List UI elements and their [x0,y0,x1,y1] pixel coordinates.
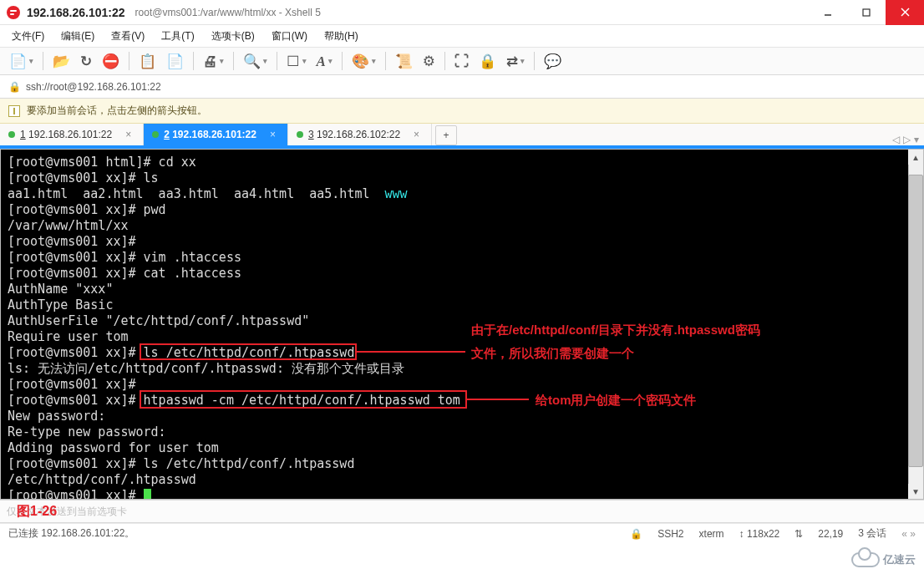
terminal-line: Re-type new password: [8,424,916,440]
status-term: xterm [699,528,724,540]
cursor [144,489,151,500]
status-dot-icon [152,131,159,138]
terminal-line: [root@vms001 html]# cd xx [8,155,916,170]
tab-1[interactable]: 1 192.168.26.101:22 × [0,124,144,145]
terminal-line: [root@vms001 xx]# ls [8,170,916,186]
lock-icon: 🔒 [8,81,21,93]
toolbar: 📄▾ 📂 ↻ ⛔ 📋 📄 🖨▾ 🔍▾ ☐▾ A▾ 🎨▾ 📜 ⚙ ⛶ 🔒 ⇄▾ 💬 [0,47,924,75]
tab-menu-icon[interactable]: ▾ [914,134,919,145]
menu-tools[interactable]: 工具(T) [158,28,197,45]
terminal-line: /var/www/html/xx [8,218,916,234]
send-text-strip[interactable]: 仅将文本发送到当前选项卡 图1-26 [0,500,924,523]
open-button[interactable]: 📂 [48,50,74,72]
arrow-line-2 [467,399,529,400]
maximize-button[interactable] [847,0,886,25]
terminal-line: New password: [8,409,916,424]
tab-2[interactable]: 2 192.168.26.101:22 × [144,124,288,145]
terminal[interactable]: [root@vms001 html]# cd xx[root@vms001 xx… [0,149,924,500]
transfer-button[interactable]: ⇄▾ [502,50,529,72]
lock-icon: 🔒 [630,528,642,540]
address-bar: 🔒 ssh://root@192.168.26.101:22 [0,75,924,99]
pin-icon[interactable] [8,105,20,117]
menu-view[interactable]: 查看(V) [108,28,148,45]
menu-file[interactable]: 文件(F) [8,28,48,45]
menu-tabs[interactable]: 选项卡(B) [208,28,258,45]
new-tab-button[interactable]: + [435,125,457,145]
address-url[interactable]: ssh://root@192.168.26.101:22 [26,81,916,93]
scroll-up-icon[interactable]: ▴ [908,150,923,165]
lock-button[interactable]: 🔒 [475,50,500,72]
app-icon [7,6,20,19]
copy-button[interactable]: 📋 [135,50,160,72]
window-controls [809,0,924,25]
svg-rect-1 [863,9,870,16]
status-connection: 已连接 192.168.26.101:22。 [8,526,135,541]
annotation-text-1a: 由于在/etc/httpd/conf/目录下并没有.htpasswd密码 [471,322,760,338]
chevrons-icon[interactable]: « » [901,528,916,540]
terminal-line: /etc/httpd/conf/.htpasswd [8,472,916,488]
status-ssh: SSH2 [657,528,683,540]
chat-button[interactable]: 💬 [540,50,566,72]
color-button[interactable]: 🎨▾ [348,50,380,72]
terminal-line: [root@vms001 xx]# pwd [8,202,916,218]
find-button[interactable]: 🔍▾ [239,50,272,72]
tab-prev-icon[interactable]: ◁ [892,134,900,145]
properties-button[interactable]: ⚙ [419,50,439,72]
terminal-line: [root@vms001 xx]# ls /etc/httpd/conf/.ht… [8,345,916,361]
status-size: ↕ 118x22 [739,528,780,540]
terminal-line: AuthType Basic [8,297,916,313]
terminal-line: [root@vms001 xx]# ls /etc/httpd/conf/.ht… [8,456,916,472]
arrows-icon: ⇅ [795,528,803,540]
minimize-button[interactable] [809,0,847,25]
menu-bar: 文件(F) 编辑(E) 查看(V) 工具(T) 选项卡(B) 窗口(W) 帮助(… [0,25,924,47]
window-title-path: root@vms001:/var/www/html/xx - Xshell 5 [135,7,321,18]
print-button[interactable]: 🖨▾ [199,50,228,72]
tab-label: 3 192.168.26.102:22 [308,129,400,140]
scrollbar-track[interactable]: ▴ ▾ [908,150,923,499]
menu-help[interactable]: 帮助(H) [321,28,362,45]
script-button[interactable]: 📜 [391,50,417,72]
status-sessions: 3 会话 [858,526,886,541]
watermark: 亿速云 [851,552,916,567]
terminal-line: [root@vms001 xx]# htpasswd -cm /etc/http… [8,393,916,409]
status-cursor-pos: 22,19 [818,528,843,540]
scroll-down-icon[interactable]: ▾ [908,484,923,499]
status-bar: 已连接 192.168.26.101:22。 🔒 SSH2 xterm ↕ 11… [0,523,924,543]
terminal-line: Require user tom [8,329,916,345]
tab-close-icon[interactable]: × [414,129,419,140]
reconnect-button[interactable]: ↻ [76,50,96,72]
tab-label: 1 192.168.26.101:22 [20,129,112,140]
terminal-line: aa1.html aa2.html aa3.html aa4.html aa5.… [8,186,916,202]
cloud-icon [851,552,880,567]
font-button[interactable]: A▾ [312,50,337,72]
status-dot-icon [8,131,15,138]
tab-next-icon[interactable]: ▷ [903,134,911,145]
status-dot-icon [297,131,303,138]
figure-label: 图1-26 [17,503,57,521]
menu-edit[interactable]: 编辑(E) [58,28,98,45]
terminal-line: [root@vms001 xx]# [8,377,916,393]
terminal-line: AuthName "xxx" [8,282,916,297]
menu-window[interactable]: 窗口(W) [268,28,311,45]
watermark-text: 亿速云 [883,552,916,567]
terminal-line: [root@vms001 xx]# [8,234,916,250]
scrollbar-thumb[interactable] [908,175,923,467]
tab-3[interactable]: 3 192.168.26.102:22 × [288,124,432,145]
info-bar-text: 要添加当前会话，点击左侧的箭头按钮。 [27,104,207,118]
tab-close-icon[interactable]: × [125,129,131,140]
info-bar: 要添加当前会话，点击左侧的箭头按钮。 [0,99,924,124]
terminal-line: Adding password for user tom [8,440,916,456]
tab-close-icon[interactable]: × [270,129,276,140]
close-button[interactable] [886,0,924,25]
disconnect-button[interactable]: ⛔ [98,50,124,72]
terminal-line: [root@vms001 xx]# cat .htaccess [8,266,916,282]
terminal-line: ls: 无法访问/etc/httpd/conf/.htpasswd: 没有那个文… [8,361,916,377]
select-button[interactable]: ☐▾ [282,50,310,72]
tab-nav: ◁ ▷ ▾ [892,134,924,145]
paste-button[interactable]: 📄 [162,50,188,72]
window-title-host: 192.168.26.101:22 [27,6,125,19]
fullscreen-button[interactable]: ⛶ [450,50,473,72]
terminal-line: AuthUserFile "/etc/httpd/conf/.htpasswd" [8,313,916,329]
new-session-button[interactable]: 📄▾ [5,50,38,72]
terminal-line: [root@vms001 xx]# vim .htaccess [8,250,916,266]
